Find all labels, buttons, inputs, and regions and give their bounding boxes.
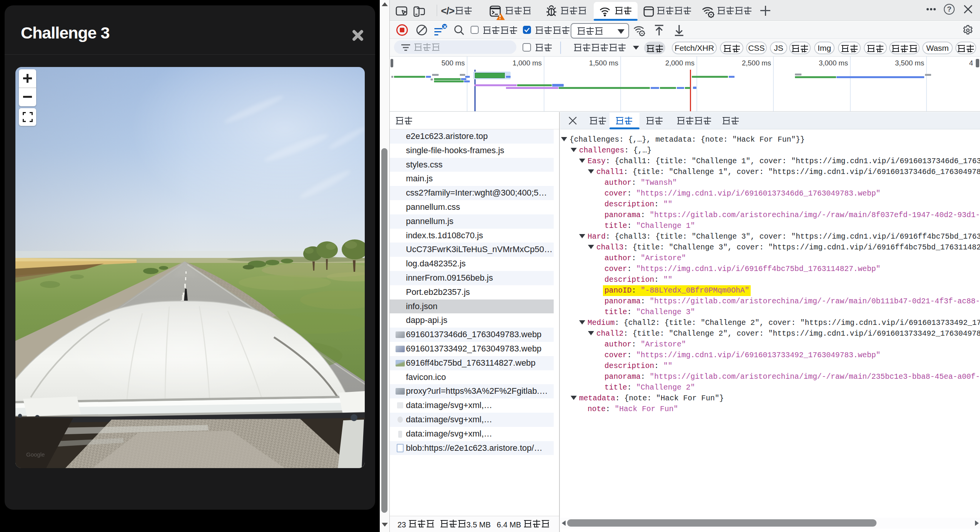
svg-text:Google: Google — [26, 451, 45, 458]
